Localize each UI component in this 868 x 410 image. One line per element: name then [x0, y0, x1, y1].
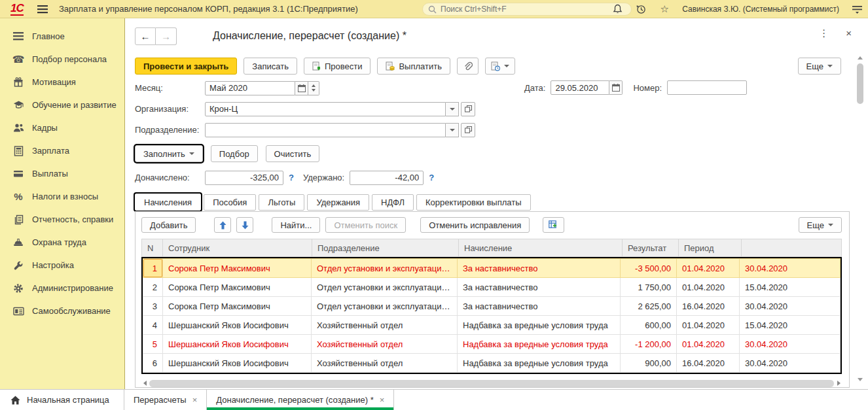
current-user[interactable]: Савинская З.Ю. (Системный программист) [682, 5, 839, 14]
accrued-input[interactable] [205, 171, 283, 185]
doc-more-button[interactable]: Еще [798, 58, 841, 75]
paperclip-icon [463, 61, 473, 71]
post-and-close-button[interactable]: Провести и закрыть [135, 58, 237, 75]
forward-button[interactable]: → [156, 27, 177, 45]
table-row[interactable]: 5 Шершанский Яков Иосифович Хозяйственны… [143, 335, 841, 354]
grid-more-button[interactable]: Еще [799, 217, 842, 233]
date-input[interactable] [551, 80, 609, 95]
select-button[interactable]: Подбор [211, 145, 258, 162]
sidebar-item-recruitment[interactable]: ☎ Подбор персонала [0, 48, 124, 71]
organization-open-icon[interactable] [461, 102, 475, 116]
sidebar-item-payments[interactable]: Выплаты [0, 162, 124, 185]
clear-button[interactable]: Очистить [266, 145, 320, 162]
table-row[interactable]: 4 Шершанский Яков Иосифович Хозяйственны… [143, 316, 841, 335]
close-tab-icon[interactable]: × [380, 395, 385, 405]
move-down-button[interactable] [236, 217, 253, 233]
sidebar-item-administration[interactable]: Администрирование [0, 277, 124, 299]
sidebar-item-labor-safety[interactable]: Охрана труда [0, 231, 124, 254]
col-accrual[interactable]: Начисление [459, 239, 623, 257]
move-up-button[interactable] [214, 217, 231, 233]
fill-button[interactable]: Заполнить [135, 145, 203, 162]
grid-header: N Сотрудник Подразделение Начисление Рез… [141, 239, 842, 257]
vertical-scroll-thumb[interactable] [857, 63, 863, 104]
col-department[interactable]: Подразделение [312, 239, 459, 257]
withheld-label: Удержано: [303, 173, 344, 182]
accrued-help-link[interactable]: ? [289, 173, 294, 182]
vertical-scrollbar[interactable] [856, 56, 865, 381]
find-button[interactable]: Найти... [272, 217, 320, 233]
attachments-button[interactable] [457, 58, 479, 75]
col-period-end[interactable] [742, 239, 842, 257]
department-dropdown-icon[interactable] [446, 123, 459, 137]
close-tab-icon[interactable]: × [192, 395, 198, 405]
organization-dropdown-icon[interactable] [446, 102, 459, 116]
tab-privileges[interactable]: Льготы [259, 194, 304, 211]
table-row[interactable]: 1 Сорока Петр Максимович Отдел установки… [143, 259, 841, 278]
favorites-star-icon[interactable]: ☆ [659, 3, 670, 15]
col-result[interactable]: Результат [623, 239, 679, 257]
tab-accruals[interactable]: Начисления [135, 194, 201, 211]
tab-benefits[interactable]: Пособия [204, 194, 256, 211]
search-input[interactable] [441, 5, 626, 14]
pay-button[interactable]: Выплатить [377, 58, 450, 75]
withheld-input[interactable] [350, 171, 424, 185]
organization-label: Организация: [135, 104, 205, 114]
month-spinner[interactable] [308, 81, 319, 95]
global-search[interactable] [422, 3, 632, 16]
sidebar-item-self-service[interactable]: Самообслуживание [0, 299, 124, 322]
col-n[interactable]: N [142, 239, 163, 257]
withheld-help-link[interactable]: ? [429, 173, 434, 182]
post-button[interactable]: Провести [304, 58, 371, 75]
window-tab-current-document[interactable]: Доначисление, перерасчет (создание) * × [207, 390, 394, 410]
month-calendar-icon[interactable] [295, 81, 308, 95]
sidebar-item-settings[interactable]: Настройка [0, 254, 124, 277]
window-tab-recalculations[interactable]: Перерасчеты × [124, 390, 207, 410]
table-row[interactable]: 2 Сорока Петр Максимович Отдел установки… [143, 278, 841, 297]
sidebar-item-training[interactable]: Обучение и развитие [0, 94, 124, 116]
main-menu-icon[interactable] [37, 4, 48, 14]
col-employee[interactable]: Сотрудник [163, 239, 312, 257]
scroll-down-icon[interactable] [858, 378, 863, 381]
write-button[interactable]: Записать [244, 58, 297, 75]
department-input[interactable] [205, 123, 446, 137]
cancel-search-button[interactable]: Отменить поиск [325, 217, 406, 233]
col-period[interactable]: Период [679, 239, 742, 257]
home-page-tab[interactable]: Начальная страница [0, 390, 124, 410]
service-menu-icon[interactable] [851, 3, 863, 15]
tab-payout-adjustments[interactable]: Корректировки выплаты [416, 194, 531, 211]
sidebar-item-reports[interactable]: Отчетность, справки [0, 208, 124, 231]
horizontal-scrollbar[interactable] [141, 379, 842, 388]
scroll-right-icon[interactable] [835, 381, 842, 386]
table-row[interactable]: 6 Шершанский Яков Иосифович Хозяйственны… [143, 354, 841, 373]
month-input[interactable] [205, 81, 295, 95]
number-input[interactable] [667, 80, 747, 95]
scroll-left-icon[interactable] [141, 381, 148, 386]
window-menu-icon[interactable]: ⋮ [819, 27, 829, 39]
chevron-down-icon [189, 152, 194, 155]
scroll-up-icon[interactable] [858, 56, 863, 60]
gift-icon [12, 77, 25, 88]
department-open-icon[interactable] [461, 123, 475, 137]
schedule-document-button[interactable] [485, 58, 515, 75]
1c-logo: 1С [10, 2, 24, 16]
back-button[interactable]: ← [135, 27, 156, 45]
horizontal-scroll-thumb[interactable] [149, 380, 834, 387]
close-icon[interactable]: × [846, 27, 852, 39]
notifications-bell-icon[interactable] [611, 3, 623, 15]
tab-ndfl[interactable]: НДФЛ [372, 194, 414, 211]
department-label: Подразделение: [135, 125, 205, 135]
sidebar-item-hr[interactable]: Кадры [0, 116, 124, 139]
change-form-button[interactable] [543, 217, 564, 233]
sidebar-item-taxes[interactable]: % Налоги и взносы [0, 185, 124, 208]
graduation-cap-icon [12, 99, 25, 111]
organization-input[interactable] [205, 102, 446, 116]
history-icon[interactable] [635, 3, 647, 15]
date-calendar-icon[interactable] [609, 80, 623, 95]
table-row[interactable]: 3 Сорока Петр Максимович Отдел установки… [143, 297, 841, 316]
add-row-button[interactable]: Добавить [141, 217, 196, 233]
undo-corrections-button[interactable]: Отменить исправления [420, 217, 530, 233]
sidebar-item-salary[interactable]: Зарплата [0, 139, 124, 162]
tab-deductions[interactable]: Удержания [307, 194, 369, 211]
sidebar-item-motivation[interactable]: Мотивация [0, 71, 124, 94]
sidebar-item-main[interactable]: Главное [0, 25, 124, 48]
